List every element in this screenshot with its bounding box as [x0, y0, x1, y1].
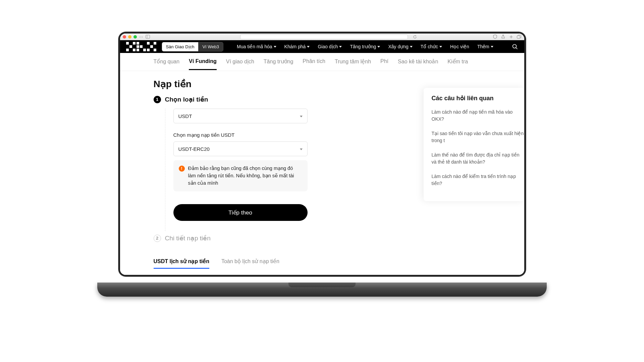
subtab-funding-wallet[interactable]: Ví Funding	[189, 54, 217, 70]
chevron-down-icon	[300, 113, 303, 119]
reload-icon[interactable]	[413, 35, 417, 39]
network-label: Chọn mạng nạp tiền USDT	[173, 132, 368, 138]
nav-arrows: ‹ ›	[140, 35, 143, 39]
subtab-statements[interactable]: Sao kê tài khoản	[398, 54, 438, 70]
step-2-badge: 2	[154, 235, 161, 242]
svg-rect-2	[517, 36, 520, 39]
step-2-header: 2 Chi tiết nạp tiền	[154, 234, 368, 242]
subtab-verify[interactable]: Kiểm tra	[447, 54, 468, 70]
shield-icon[interactable]	[493, 35, 497, 39]
next-button[interactable]: Tiếp theo	[173, 204, 308, 221]
tabs-icon[interactable]	[517, 35, 522, 39]
chevron-down-icon	[307, 46, 310, 48]
subtab-order-center[interactable]: Trung tâm lệnh	[335, 54, 371, 70]
page-content: Nạp tiền 1 Chọn loại tiền USDT Chọn mạng…	[120, 71, 524, 275]
new-tab-icon[interactable]	[509, 35, 514, 39]
chevron-down-icon	[300, 146, 303, 152]
step-1-form: USDT Chọn mạng nạp tiền USDT USDT-ERC20 …	[165, 109, 368, 231]
product-switcher: Sàn Giao Dịch Ví Web3	[162, 42, 224, 52]
nav-discover[interactable]: Khám phá	[284, 44, 310, 49]
maximize-window-icon[interactable]	[133, 35, 137, 39]
subtab-trading-wallet[interactable]: Ví giao dịch	[226, 54, 254, 70]
search-icon[interactable]	[512, 43, 518, 50]
currency-select[interactable]: USDT	[173, 109, 308, 123]
step-1-title: Chọn loại tiền	[165, 96, 208, 103]
header-right	[512, 43, 518, 50]
faq-panel: Các câu hỏi liên quan Làm cách nào để nạ…	[424, 88, 524, 201]
nav-buy-crypto[interactable]: Mua tiền mã hóa	[237, 44, 276, 49]
warning-text: Đảm bảo rằng bạn cũng đã chọn cùng mạng …	[188, 165, 302, 187]
network-warning: ! Đảm bảo rằng bạn cũng đã chọn cùng mạn…	[173, 160, 308, 191]
nav-institutional[interactable]: Tổ chức	[421, 44, 442, 49]
share-icon[interactable]	[501, 35, 505, 39]
subtab-analytics[interactable]: Phân tích	[303, 54, 325, 70]
chevron-down-icon	[491, 46, 493, 48]
url-bar[interactable]	[240, 35, 408, 39]
faq-item[interactable]: Tại sao tiền tôi nạp vào vẫn chưa xuất h…	[432, 130, 524, 144]
nav-build[interactable]: Xây dựng	[388, 44, 412, 49]
main-nav: Mua tiền mã hóa Khám phá Giao dịch Tăng …	[237, 44, 493, 49]
chrome-toolbar-right	[493, 35, 522, 39]
sidebar-toggle-icon[interactable]	[146, 35, 150, 39]
chevron-down-icon	[439, 46, 442, 48]
warning-icon: !	[179, 166, 185, 172]
page-title: Nạp tiền	[154, 78, 368, 89]
step-2-title: Chi tiết nạp tiền	[165, 234, 211, 242]
chevron-down-icon	[339, 46, 342, 48]
svg-line-4	[516, 48, 517, 49]
faq-item[interactable]: Làm cách nào để nạp tiền mã hóa vào OKX?	[432, 109, 524, 123]
svg-rect-0	[146, 35, 150, 39]
nav-more[interactable]: Thêm	[477, 44, 493, 49]
step-1-header: 1 Chọn loại tiền	[154, 96, 368, 103]
history-tabs: USDT lịch sử nạp tiền Toàn bộ lịch sử nạ…	[154, 258, 368, 269]
tab-exchange[interactable]: Sàn Giao Dịch	[162, 42, 199, 51]
network-value: USDT-ERC20	[178, 146, 210, 152]
window-controls	[123, 35, 137, 39]
currency-value: USDT	[178, 113, 192, 119]
subtab-overview[interactable]: Tổng quan	[154, 54, 180, 70]
account-sub-tabs: Tổng quan Ví Funding Ví giao dịch Tăng t…	[120, 53, 524, 71]
subtab-fees[interactable]: Phí	[380, 54, 388, 70]
faq-item[interactable]: Làm cách nào để kiểm tra tiến trình nạp …	[432, 173, 524, 187]
nav-grow[interactable]: Tăng trưởng	[350, 44, 380, 49]
chevron-down-icon	[274, 46, 276, 48]
nav-academy[interactable]: Học viện	[450, 44, 469, 49]
network-select[interactable]: USDT-ERC20	[173, 141, 308, 156]
subtab-grow[interactable]: Tăng trưởng	[264, 54, 293, 70]
faq-title: Các câu hỏi liên quan	[432, 95, 524, 102]
tab-web3-wallet[interactable]: Ví Web3	[198, 42, 223, 51]
laptop-mockup: ‹ ›	[97, 32, 547, 297]
laptop-base	[97, 283, 547, 297]
okx-logo[interactable]	[126, 42, 156, 51]
faq-item[interactable]: Làm thế nào để tìm được địa chỉ nạp tiền…	[432, 152, 524, 166]
nav-trade[interactable]: Giao dịch	[318, 44, 342, 49]
history-tab-currency[interactable]: USDT lịch sử nạp tiền	[154, 258, 209, 269]
chevron-down-icon	[377, 46, 380, 48]
close-window-icon[interactable]	[123, 35, 126, 39]
back-button[interactable]: ‹	[140, 35, 141, 39]
forward-button[interactable]: ›	[142, 35, 143, 39]
screen-frame: ‹ ›	[118, 32, 526, 277]
minimize-window-icon[interactable]	[128, 35, 131, 39]
browser-chrome: ‹ ›	[120, 34, 524, 40]
app-header: Sàn Giao Dịch Ví Web3 Mua tiền mã hóa Kh…	[120, 40, 524, 53]
screen: ‹ ›	[120, 34, 524, 275]
step-1-badge: 1	[154, 96, 161, 103]
history-tab-all[interactable]: Toàn bộ lịch sử nạp tiền	[221, 258, 279, 269]
deposit-main: Nạp tiền 1 Chọn loại tiền USDT Chọn mạng…	[154, 78, 368, 275]
chevron-down-icon	[410, 46, 413, 48]
